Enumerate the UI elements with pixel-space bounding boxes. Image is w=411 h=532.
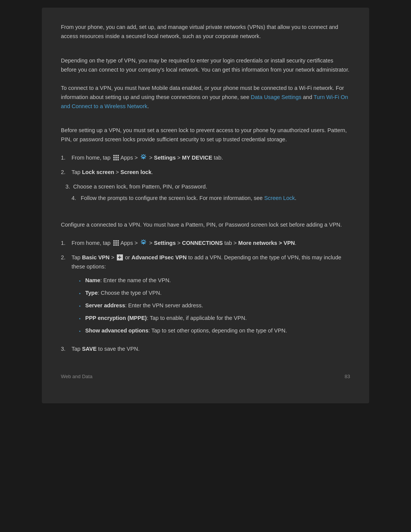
setup-intro-text: Before setting up a VPN, you must set a … [61,126,350,144]
configure-step-2: 2. Tap Basic VPN > + or Advanced IPsec V… [61,253,350,339]
settings-icon-1 [140,154,147,161]
intro-text-1: From your phone, you can add, set up, an… [61,23,350,41]
sub-item-server-content: Server address: Enter the VPN server add… [85,301,350,310]
intro-text-2: Depending on the type of VPN, you may be… [61,56,350,75]
configure-step-2-text2: > [110,254,116,260]
sub-item-ppp: ▪ PPP encryption (MPPE): Tap to enable, … [79,314,350,323]
content-card: From your phone, you can add, set up, an… [42,8,369,403]
sub-item-name-text: : Enter the name of the VPN. [100,277,171,283]
setup-step-3: 3. Choose a screen lock, from Pattern, P… [61,182,350,192]
bullet-1: ▪ [79,278,85,284]
configure-intro-section: Configure a connected to a VPN. You must… [61,220,350,230]
setup-step-2: 2. Tap Lock screen > Screen lock. [61,168,350,177]
svg-rect-18 [118,244,119,246]
intro-section-2: Depending on the type of VPN, you may be… [61,56,350,75]
configure-step-1-prefix: From home, tap [72,240,112,246]
svg-rect-16 [113,244,115,246]
sub-item-advanced-content: Show advanced options: Tap to set other … [85,326,350,335]
svg-rect-5 [118,157,119,159]
configure-step-1-content: From home, tap Ap [72,239,350,248]
bullet-2: ▪ [79,291,85,297]
svg-rect-17 [116,244,117,246]
apps-icon-2 [113,240,119,246]
svg-rect-8 [118,159,119,161]
configure-step-3-number: 3. [61,345,72,354]
sub-item-server-bold: Server address [85,302,125,308]
sub-item-advanced: ▪ Show advanced options: Tap to set othe… [79,326,350,335]
sub-item-name-bold: Name [85,277,100,283]
setup-step-1: 1. From home, tap [61,153,350,163]
configure-step-1-number: 1. [61,239,72,248]
svg-rect-1 [116,155,117,157]
sub-item-type-bold: Type [85,290,98,296]
setup-step-1-number: 1. [61,153,72,163]
svg-rect-3 [113,157,115,159]
svg-rect-13 [113,242,115,244]
setup-step-4-text2: . [295,195,296,201]
bullet-4: ▪ [79,316,85,322]
sub-item-advanced-text: : Tap to set other options, depending on… [148,328,287,334]
sub-item-name-content: Name: Enter the name of the VPN. [85,276,350,285]
page-container: From your phone, you can add, set up, an… [0,0,411,532]
setup-step-2-text1: Tap [72,169,82,175]
sub-item-advanced-bold: Show advanced options [85,328,148,334]
sub-item-name: ▪ Name: Enter the name of the VPN. [79,276,350,285]
configure-step-3-text1: Tap [72,346,82,352]
setup-step-1-prefix: From home, tap [72,155,112,161]
configure-step-1-suffix: > Settings > CONNECTIONS tab > More netw… [149,240,296,246]
svg-rect-4 [116,157,117,159]
svg-rect-12 [118,240,119,242]
configure-step-2-text1: Tap [72,254,82,260]
footer-page-number: 83 [345,373,350,381]
bullet-3: ▪ [79,303,85,309]
intro-text-3: To connect to a VPN, you must have Mobil… [61,84,350,111]
configure-step-1: 1. From home, tap [61,239,350,248]
configure-step-3-content: Tap SAVE to save the VPN. [72,345,350,354]
svg-rect-11 [116,240,117,242]
sub-item-type-content: Type: Choose the type of VPN. [85,289,350,297]
svg-rect-15 [118,242,119,244]
configure-step-1-middle: > [133,240,139,246]
configure-step-2-text3: or [124,254,132,260]
intro-section-1: From your phone, you can add, set up, an… [61,23,350,41]
svg-rect-2 [118,155,119,157]
setup-step-1-suffix: > Settings > MY DEVICE tab. [149,155,223,161]
plus-icon: + [117,254,123,260]
sub-item-server: ▪ Server address: Enter the VPN server a… [79,301,350,310]
setup-steps-list: 1. From home, tap [61,153,350,177]
svg-rect-14 [116,242,117,244]
setup-step-4-text1: Follow the prompts to configure the scre… [81,195,264,201]
intro-text-3-part2: and [301,94,314,100]
sub-item-type-text: : Choose the type of VPN. [98,290,162,296]
configure-step-3-bold: SAVE [82,346,96,352]
setup-step-2-content: Tap Lock screen > Screen lock. [72,168,350,177]
setup-step-2-bold2: Screen lock [121,169,151,175]
page-footer: Web and Data 83 [61,369,350,381]
setup-step-2-number: 2. [61,168,72,177]
screen-lock-link[interactable]: Screen Lock [264,195,295,201]
setup-step-2-text2: > [114,169,121,175]
svg-rect-0 [113,155,115,157]
configure-step-2-bold1: Basic VPN [82,254,110,260]
svg-rect-7 [116,159,117,161]
setup-step-2-text3: . [151,169,153,175]
svg-rect-10 [113,240,115,242]
setup-step-2-bold1: Lock screen [82,169,114,175]
configure-step-1-apps-label: Apps [120,240,133,246]
sub-item-type: ▪ Type: Choose the type of VPN. [79,289,350,297]
setup-step-4: 4. Follow the prompts to configure the s… [72,194,350,203]
configure-steps-list: 1. From home, tap [61,239,350,354]
setup-step-1-content: From home, tap Ap [72,153,350,163]
sub-item-ppp-text: : Tap to enable, if applicable for the V… [147,315,247,321]
sub-item-server-text: : Enter the VPN server address. [125,302,203,308]
svg-rect-6 [113,159,115,161]
footer-left-text: Web and Data [61,373,92,381]
intro-text-3-part3: . [147,103,149,109]
sub-item-ppp-content: PPP encryption (MPPE): Tap to enable, if… [85,314,350,323]
sub-item-ppp-bold: PPP encryption (MPPE) [85,315,147,321]
configure-step-2-content: Tap Basic VPN > + or Advanced IPsec VPN … [72,253,350,339]
apps-icon-1 [113,154,119,161]
data-usage-settings-link[interactable]: Data Usage Settings [251,94,301,100]
setup-step-1-middle: > [133,155,139,161]
vpn-options-list: ▪ Name: Enter the name of the VPN. ▪ Typ… [79,276,350,335]
